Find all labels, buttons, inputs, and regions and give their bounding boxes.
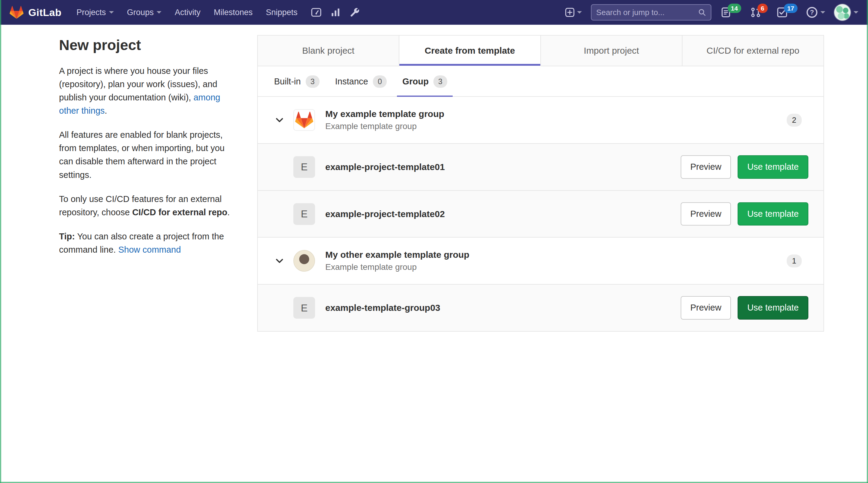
subtab-instance[interactable]: Instance 0 xyxy=(330,66,393,97)
chevron-down-icon xyxy=(157,11,161,13)
nav-milestones-label: Milestones xyxy=(214,8,253,17)
todos-counter[interactable]: 17 xyxy=(777,7,798,18)
nav-projects[interactable]: Projects xyxy=(70,0,121,25)
search-box xyxy=(591,4,711,21)
use-template-button[interactable]: Use template xyxy=(738,155,808,179)
preview-button[interactable]: Preview xyxy=(681,296,731,320)
screenshare-border-bottom xyxy=(0,482,868,483)
subtab-group[interactable]: Group 3 xyxy=(397,66,453,97)
group-avatar xyxy=(293,250,315,272)
use-template-button[interactable]: Use template xyxy=(738,296,808,320)
nav-activity[interactable]: Activity xyxy=(168,0,207,25)
chevron-down-icon xyxy=(854,11,858,13)
issues-counter[interactable]: 14 xyxy=(720,7,741,18)
intro-p3-period: . xyxy=(227,207,230,217)
search-input[interactable] xyxy=(596,8,698,17)
project-creation-panel: Blank project Create from template Impor… xyxy=(257,35,824,332)
chevron-down-icon xyxy=(577,11,582,13)
subtab-built-in[interactable]: Built-in 3 xyxy=(269,66,325,97)
nav-snippets-label: Snippets xyxy=(266,8,298,17)
preview-button[interactable]: Preview xyxy=(681,155,731,179)
screenshare-border-left xyxy=(0,0,1,483)
chevron-down-icon xyxy=(109,11,114,13)
preview-button[interactable]: Preview xyxy=(681,202,731,226)
gitlab-home-link[interactable]: GitLab xyxy=(10,6,61,19)
page-title: New project xyxy=(59,37,237,53)
subtab-built-in-count: 3 xyxy=(306,75,319,88)
chevron-down-icon[interactable] xyxy=(275,256,284,266)
subtab-instance-label: Instance xyxy=(335,77,368,87)
template-group-row-2[interactable]: My other example template group Example … xyxy=(258,237,824,285)
template-row: E example-project-template02 Preview Use… xyxy=(258,191,824,238)
template-avatar: E xyxy=(293,156,315,178)
tab-import-project[interactable]: Import project xyxy=(541,35,682,66)
new-project-intro: New project A project is where you house… xyxy=(59,35,237,267)
intro-paragraph-2: All features are enabled for blank proje… xyxy=(59,128,237,181)
tab-create-from-template[interactable]: Create from template xyxy=(399,35,541,66)
chevron-down-icon xyxy=(820,11,825,13)
question-icon: ? xyxy=(807,7,817,18)
template-row: E example-template-group03 Preview Use t… xyxy=(258,285,824,331)
template-actions: Preview Use template xyxy=(681,155,808,179)
template-avatar: E xyxy=(293,203,315,225)
subtab-group-count: 3 xyxy=(433,75,447,88)
tab-blank-project[interactable]: Blank project xyxy=(258,35,399,66)
nav-projects-label: Projects xyxy=(76,8,106,17)
template-actions: Preview Use template xyxy=(681,202,808,226)
intro-tip: Tip: You can also create a project from … xyxy=(59,230,237,256)
user-avatar xyxy=(834,4,850,21)
group-template-count-badge: 2 xyxy=(787,114,802,126)
primary-nav: Projects Groups Activity Milestones Snip… xyxy=(70,0,304,25)
plus-square-icon xyxy=(565,7,575,17)
cicd-external-repo-bold: CI/CD for external repo xyxy=(132,207,227,217)
gitlab-tanuki-icon xyxy=(10,6,24,19)
gitlab-wordmark: GitLab xyxy=(28,7,61,19)
todos-count-badge: 17 xyxy=(784,4,798,13)
group-description: Example template group xyxy=(325,121,444,131)
subtab-built-in-label: Built-in xyxy=(274,77,301,87)
show-command-link[interactable]: Show command xyxy=(118,245,181,254)
admin-wrench-icon[interactable] xyxy=(345,0,365,25)
group-name: My other example template group xyxy=(325,250,469,260)
subtab-instance-count: 0 xyxy=(373,75,387,88)
intro-paragraph-1: A project is where you house your files … xyxy=(59,64,237,117)
tab-cicd-external-repo[interactable]: CI/CD for external repo xyxy=(682,35,824,66)
nav-shortcut-icons xyxy=(307,0,365,25)
group-description: Example template group xyxy=(325,262,469,272)
search-icon xyxy=(698,8,706,16)
template-list: My example template group Example templa… xyxy=(258,97,824,331)
gitlab-new-project-page: GitLab Projects Groups Activity Mileston… xyxy=(0,0,868,332)
nav-milestones[interactable]: Milestones xyxy=(207,0,259,25)
user-menu-button[interactable] xyxy=(834,4,858,21)
subtab-group-label: Group xyxy=(402,77,429,87)
use-template-button[interactable]: Use template xyxy=(738,202,808,226)
template-row: E example-project-template01 Preview Use… xyxy=(258,144,824,191)
template-scope-tabs: Built-in 3 Instance 0 Group 3 xyxy=(258,66,824,97)
nav-groups[interactable]: Groups xyxy=(121,0,168,25)
merge-requests-counter[interactable]: 6 xyxy=(750,7,768,18)
nav-snippets[interactable]: Snippets xyxy=(259,0,304,25)
template-group-row-1[interactable]: My example template group Example templa… xyxy=(258,97,824,144)
template-name: example-template-group03 xyxy=(325,303,440,313)
chevron-down-icon[interactable] xyxy=(275,115,284,125)
intro-p1-period: . xyxy=(105,106,107,115)
project-type-tabs: Blank project Create from template Impor… xyxy=(258,35,824,66)
help-menu-button[interactable]: ? xyxy=(807,7,825,18)
group-name: My example template group xyxy=(325,109,444,119)
template-actions: Preview Use template xyxy=(681,296,808,320)
charts-icon[interactable] xyxy=(326,0,345,25)
nav-groups-label: Groups xyxy=(127,8,154,17)
group-avatar xyxy=(293,109,315,131)
group-template-count-badge: 1 xyxy=(787,254,802,267)
new-menu-button[interactable] xyxy=(565,7,582,17)
template-avatar: E xyxy=(293,297,315,319)
template-name: example-project-template01 xyxy=(325,162,445,172)
merge-requests-count-badge: 6 xyxy=(757,4,768,13)
nav-activity-label: Activity xyxy=(175,8,200,17)
tip-label: Tip: xyxy=(59,232,75,241)
template-name: example-project-template02 xyxy=(325,209,445,219)
main-content: New project A project is where you house… xyxy=(0,25,868,332)
issues-count-badge: 14 xyxy=(727,4,741,13)
dashboard-icon[interactable] xyxy=(307,0,326,25)
intro-paragraph-3: To only use CI/CD features for an extern… xyxy=(59,192,237,219)
